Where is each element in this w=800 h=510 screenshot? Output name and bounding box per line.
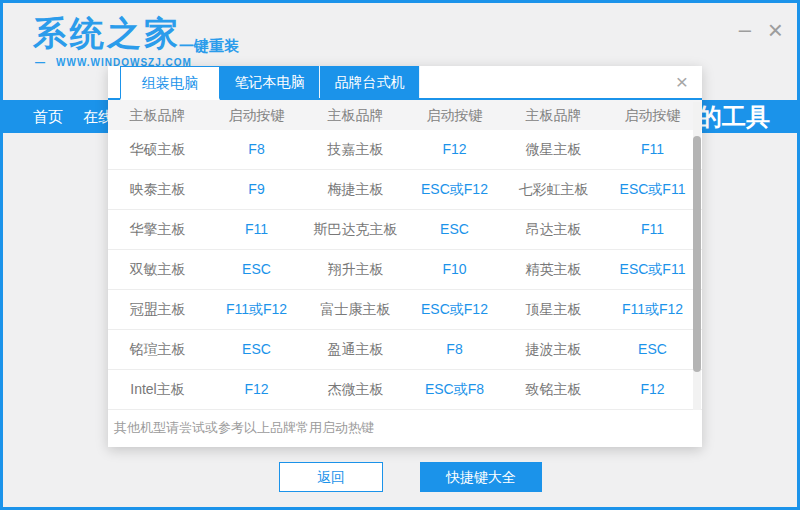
column-header: 启动按键	[405, 100, 504, 130]
column-header: 启动按键	[603, 100, 702, 130]
boot-hotkey-dialog: 组装电脑 笔记本电脑 品牌台式机 × 主板品牌 启动按键 主板品牌 启动按键 主…	[108, 66, 702, 447]
column-header: 启动按键	[207, 100, 306, 130]
board-brand-cell: 华擎主板	[108, 210, 207, 249]
boot-key-cell: ESC	[207, 330, 306, 369]
dialog-close-icon[interactable]: ×	[676, 71, 688, 92]
tab-brand-desktop[interactable]: 品牌台式机	[320, 66, 420, 98]
nav-item-home[interactable]: 首页	[33, 100, 63, 133]
app-logo: 系统之家	[33, 11, 181, 57]
boot-key-cell: F12	[603, 370, 702, 409]
table-body: 华硕主板F8技嘉主板F12微星主板F11映泰主板F9梅捷主板ESC或F12七彩虹…	[108, 130, 702, 410]
board-brand-cell: 铭瑄主板	[108, 330, 207, 369]
window-close-icon[interactable]: ×	[768, 17, 783, 43]
board-brand-cell: 翔升主板	[306, 250, 405, 289]
hotkeys-collection-button[interactable]: 快捷键大全	[420, 462, 542, 492]
boot-key-cell: F11	[603, 210, 702, 249]
boot-key-cell: F12	[207, 370, 306, 409]
tab-strip: 组装电脑 笔记本电脑 品牌台式机 ×	[108, 66, 702, 100]
board-brand-cell: 昂达主板	[504, 210, 603, 249]
boot-key-cell: F12	[405, 130, 504, 169]
column-header: 主板品牌	[306, 100, 405, 130]
table-row: 华硕主板F8技嘉主板F12微星主板F11	[108, 130, 702, 170]
tab-assembled-pc[interactable]: 组装电脑	[120, 66, 220, 100]
board-brand-cell: 顶星主板	[504, 290, 603, 329]
table-row: 双敏主板ESC翔升主板F10精英主板ESC或F11	[108, 250, 702, 290]
board-brand-cell: 映泰主板	[108, 170, 207, 209]
board-brand-cell: 梅捷主板	[306, 170, 405, 209]
dash-decoration: —	[35, 57, 46, 68]
boot-key-cell: ESC	[207, 250, 306, 289]
tab-laptop[interactable]: 笔记本电脑	[220, 66, 320, 98]
boot-key-cell: ESC或F11	[603, 250, 702, 289]
scrollbar-thumb[interactable]	[693, 136, 701, 372]
column-header: 主板品牌	[504, 100, 603, 130]
board-brand-cell: 致铭主板	[504, 370, 603, 409]
board-brand-cell: 精英主板	[504, 250, 603, 289]
board-brand-cell: 捷波主板	[504, 330, 603, 369]
banner-text-fragment: 的工具	[698, 100, 770, 133]
boot-key-cell: F10	[405, 250, 504, 289]
column-header: 主板品牌	[108, 100, 207, 130]
board-brand-cell: 冠盟主板	[108, 290, 207, 329]
boot-key-cell: F8	[405, 330, 504, 369]
boot-key-cell: F8	[207, 130, 306, 169]
app-logo-subtitle: 一键重装	[179, 37, 239, 56]
boot-key-cell: ESC	[603, 330, 702, 369]
app-window: 系统之家 一键重装 — WWW.WINDOWSZJ.COM – × 首页 在线重…	[0, 0, 800, 510]
boot-key-cell: F9	[207, 170, 306, 209]
table-header-row: 主板品牌 启动按键 主板品牌 启动按键 主板品牌 启动按键	[108, 100, 702, 130]
boot-key-cell: F11	[207, 210, 306, 249]
board-brand-cell: 微星主板	[504, 130, 603, 169]
boot-key-cell: F11	[603, 130, 702, 169]
boot-key-cell: F11或F12	[603, 290, 702, 329]
board-brand-cell: 技嘉主板	[306, 130, 405, 169]
minimize-icon[interactable]: –	[739, 19, 751, 41]
board-brand-cell: 盈通主板	[306, 330, 405, 369]
board-brand-cell: 华硕主板	[108, 130, 207, 169]
boot-key-cell: ESC	[405, 210, 504, 249]
table-row: 映泰主板F9梅捷主板ESC或F12七彩虹主板ESC或F11	[108, 170, 702, 210]
boot-key-cell: ESC或F8	[405, 370, 504, 409]
board-brand-cell: 七彩虹主板	[504, 170, 603, 209]
table-row: 华擎主板F11斯巴达克主板ESC昂达主板F11	[108, 210, 702, 250]
board-brand-cell: 富士康主板	[306, 290, 405, 329]
boot-key-cell: F11或F12	[207, 290, 306, 329]
board-brand-cell: 斯巴达克主板	[306, 210, 405, 249]
table-row: Intel主板F12杰微主板ESC或F8致铭主板F12	[108, 370, 702, 410]
table-row: 冠盟主板F11或F12富士康主板ESC或F12顶星主板F11或F12	[108, 290, 702, 330]
table-row: 铭瑄主板ESC盈通主板F8捷波主板ESC	[108, 330, 702, 370]
back-button[interactable]: 返回	[279, 462, 383, 492]
boot-key-cell: ESC或F12	[405, 170, 504, 209]
board-brand-cell: Intel主板	[108, 370, 207, 409]
board-brand-cell: 杰微主板	[306, 370, 405, 409]
boot-key-cell: ESC或F11	[603, 170, 702, 209]
board-brand-cell: 双敏主板	[108, 250, 207, 289]
other-models-note: 其他机型请尝试或参考以上品牌常用启动热键	[108, 410, 702, 447]
boot-key-cell: ESC或F12	[405, 290, 504, 329]
